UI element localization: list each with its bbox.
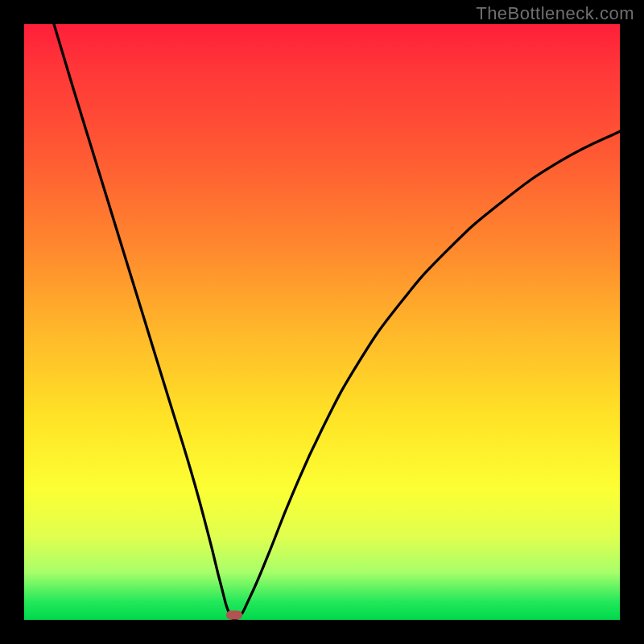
- optimal-point-marker: [226, 611, 242, 620]
- bottleneck-curve: [24, 24, 620, 620]
- watermark-text: TheBottleneck.com: [476, 3, 634, 24]
- chart-frame: TheBottleneck.com: [0, 0, 644, 644]
- plot-area: [24, 24, 620, 620]
